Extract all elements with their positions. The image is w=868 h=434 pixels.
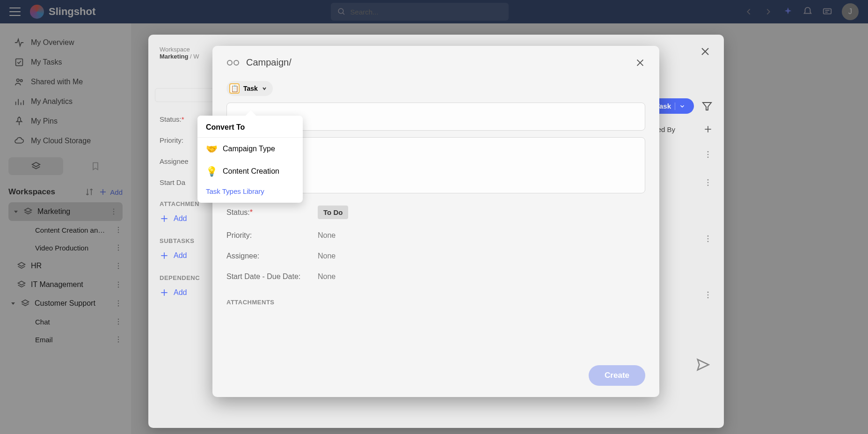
modal-header: Campaign/ xyxy=(212,46,659,79)
svg-point-62 xyxy=(708,185,709,186)
assignee-value[interactable]: None xyxy=(318,252,336,260)
convert-content-creation[interactable]: 💡Content Creation xyxy=(197,160,303,183)
task-types-library-link[interactable]: Task Types Library xyxy=(197,183,303,197)
row-more-icon[interactable] xyxy=(703,178,713,187)
svg-point-61 xyxy=(708,182,709,184)
modal-breadcrumb: Campaign/ xyxy=(246,57,292,68)
svg-point-65 xyxy=(708,241,709,243)
create-task-modal: Campaign/ 📋 Task on Status:*To Do Priori… xyxy=(212,46,659,397)
close-icon[interactable] xyxy=(700,46,711,57)
convert-to-popover: Convert To 🤝Campaign Type 💡Content Creat… xyxy=(197,116,303,203)
svg-point-64 xyxy=(708,238,709,240)
task-type-selector[interactable]: 📋 Task xyxy=(226,81,273,96)
handshake-icon: 🤝 xyxy=(206,143,217,154)
svg-rect-77 xyxy=(234,60,239,65)
attachments-section: ATTACHMENTS xyxy=(226,299,645,306)
svg-point-66 xyxy=(708,292,709,293)
status-label: Status:* xyxy=(226,208,318,217)
task-breadcrumb-icon xyxy=(226,58,240,67)
lightbulb-icon: 💡 xyxy=(206,166,217,177)
svg-point-67 xyxy=(708,294,709,296)
svg-point-68 xyxy=(708,297,709,299)
priority-value[interactable]: None xyxy=(318,231,336,240)
filter-icon[interactable] xyxy=(701,101,713,112)
svg-marker-69 xyxy=(698,360,709,370)
chevron-down-icon xyxy=(262,86,267,91)
plus-icon xyxy=(160,251,169,260)
svg-point-60 xyxy=(708,179,709,181)
popover-title: Convert To xyxy=(197,116,303,138)
row-more-icon[interactable] xyxy=(703,234,713,243)
add-column-icon[interactable] xyxy=(703,125,713,134)
assignee-label: Assignee: xyxy=(226,252,318,260)
dates-label: Start Date - Due Date: xyxy=(226,272,318,281)
row-more-icon[interactable] xyxy=(703,290,713,300)
svg-rect-76 xyxy=(227,60,232,65)
svg-point-58 xyxy=(708,154,709,155)
modal-footer: Create xyxy=(589,365,645,386)
svg-point-63 xyxy=(708,235,709,237)
task-type-icon: 📋 xyxy=(229,83,240,94)
plus-icon xyxy=(160,288,169,297)
row-more-icon[interactable] xyxy=(703,150,713,159)
convert-campaign-type[interactable]: 🤝Campaign Type xyxy=(197,138,303,160)
close-icon[interactable] xyxy=(635,58,645,68)
svg-point-59 xyxy=(708,157,709,158)
chevron-down-icon xyxy=(679,103,686,110)
priority-label: Priority: xyxy=(226,231,318,240)
send-icon[interactable] xyxy=(696,358,710,372)
status-value[interactable]: To Do xyxy=(318,206,348,219)
svg-marker-54 xyxy=(703,103,711,110)
dates-value[interactable]: None xyxy=(318,272,336,281)
create-button[interactable]: Create xyxy=(589,365,645,386)
plus-icon xyxy=(160,214,169,223)
svg-point-57 xyxy=(708,151,709,153)
